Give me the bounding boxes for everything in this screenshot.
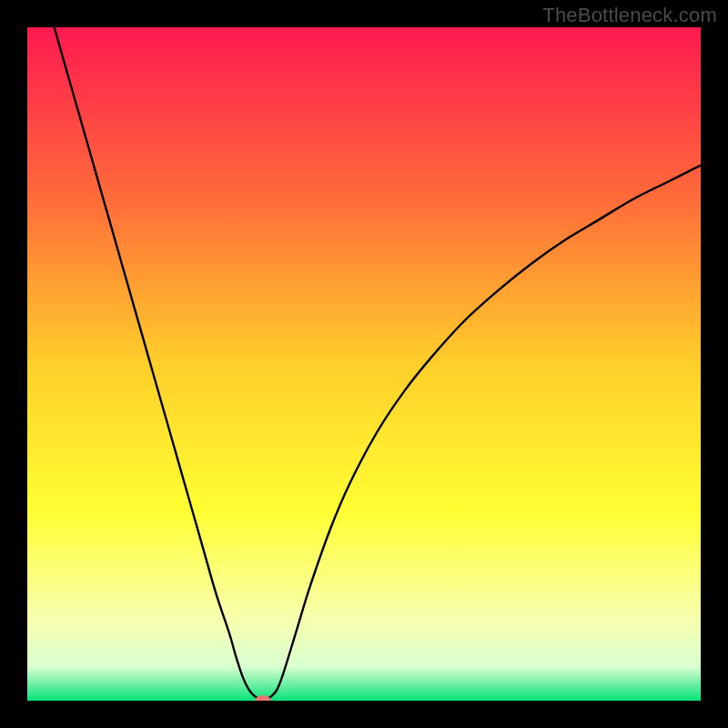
gradient-background [27,27,701,701]
chart-svg [27,27,701,701]
chart-frame: TheBottleneck.com [0,0,728,728]
plot-area [27,27,701,701]
watermark-label: TheBottleneck.com [542,4,717,27]
